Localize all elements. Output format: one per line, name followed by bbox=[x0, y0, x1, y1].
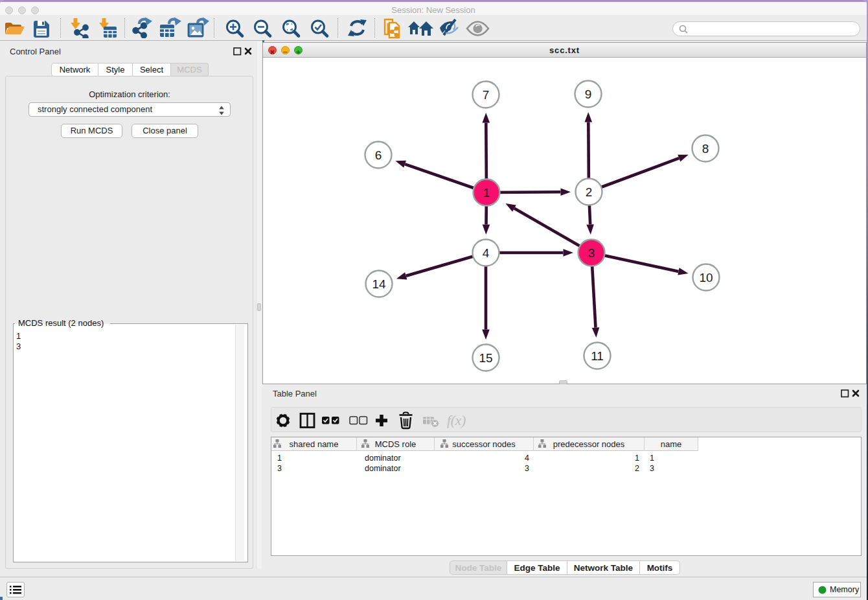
svg-text:11: 11 bbox=[591, 349, 604, 363]
svg-text:10: 10 bbox=[699, 271, 713, 284]
svg-text:3: 3 bbox=[588, 246, 595, 260]
svg-text:9: 9 bbox=[585, 87, 592, 101]
svg-text:f(x): f(x) bbox=[447, 413, 466, 428]
svg-text:7: 7 bbox=[483, 88, 490, 102]
svg-text:8: 8 bbox=[702, 142, 709, 156]
svg-text:6: 6 bbox=[375, 148, 382, 162]
svg-text:1: 1 bbox=[483, 186, 490, 200]
svg-text:4: 4 bbox=[483, 246, 490, 260]
svg-text:15: 15 bbox=[479, 351, 492, 365]
svg-text:14: 14 bbox=[372, 277, 386, 291]
svg-text:2: 2 bbox=[586, 185, 593, 199]
